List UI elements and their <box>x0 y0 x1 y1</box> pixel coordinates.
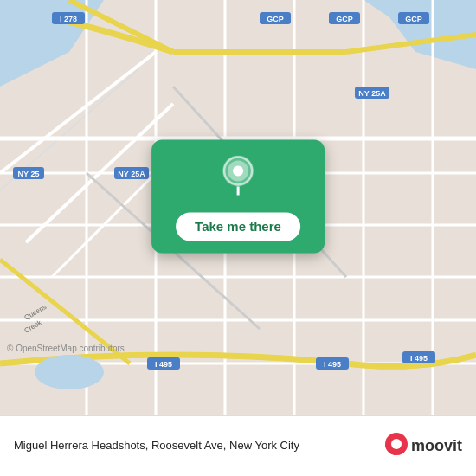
moovit-brand-text: moovit <box>411 437 462 455</box>
svg-text:I 495: I 495 <box>324 360 341 369</box>
svg-point-56 <box>233 165 243 176</box>
location-pin-icon <box>221 155 255 200</box>
location-name: Miguel Herrera Headshots, Roosevelt Ave,… <box>14 438 385 453</box>
location-card: Take me there <box>151 139 325 253</box>
moovit-pin-icon <box>385 433 408 460</box>
svg-text:NY 25: NY 25 <box>18 170 40 178</box>
svg-text:GCP: GCP <box>336 15 353 23</box>
svg-text:GCP: GCP <box>405 15 422 23</box>
svg-point-59 <box>391 439 402 449</box>
svg-text:GCP: GCP <box>267 15 284 23</box>
svg-text:I 495: I 495 <box>410 354 428 363</box>
svg-text:I 495: I 495 <box>155 360 172 369</box>
svg-point-51 <box>35 355 104 389</box>
map-container: I 278 NY 25 NY 25A NY 25 NY 25 GCP GCP G… <box>0 0 476 415</box>
svg-text:I 278: I 278 <box>60 15 77 23</box>
svg-text:NY 25A: NY 25A <box>118 170 145 178</box>
moovit-logo: moovit <box>385 433 462 460</box>
take-me-there-button[interactable]: Take me there <box>176 212 300 241</box>
svg-text:NY 25A: NY 25A <box>358 89 386 98</box>
map-attribution: © OpenStreetMap contributors <box>7 344 125 353</box>
bottom-bar: Miguel Herrera Headshots, Roosevelt Ave,… <box>0 415 476 476</box>
